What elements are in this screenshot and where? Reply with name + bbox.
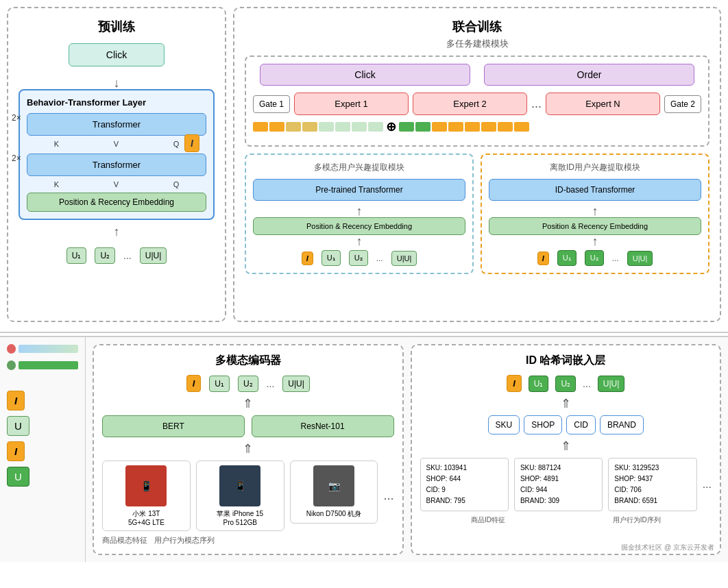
pretrain-title: 预训练 bbox=[19, 19, 215, 35]
joint-items-row-1: I U₁ U₂ ... U|U| bbox=[253, 250, 465, 266]
id-hash-box: ID 哈希词嵌入层 I U₁ U₂ ... U|U| ⇑ SKU SHOP CI… bbox=[411, 344, 722, 555]
legend-i-orange-2: I bbox=[7, 441, 25, 461]
encoder-footer-labels: 商品模态特征 用户行为模态序列 bbox=[102, 535, 394, 546]
bar-dg-1 bbox=[399, 122, 414, 132]
multimodal-encoder-box: 多模态编码器 I U₁ U₂ ... U|U| ⇑ BERT ResNet-10… bbox=[93, 344, 404, 555]
id-data-text-2: SKU: 887124 SHOP: 4891 CID: 944 BRAND: 3… bbox=[520, 463, 596, 506]
encoder-model-row: BERT ResNet-101 bbox=[102, 415, 394, 437]
watermark: 掘金技术社区 @ 京东云开发者 bbox=[621, 543, 714, 552]
id-i-item: I bbox=[507, 375, 522, 392]
legend-row-i-dark: I bbox=[7, 441, 78, 461]
bar-yellow-2 bbox=[302, 122, 317, 132]
arrow-up-3: ↑ bbox=[253, 235, 465, 247]
legend-u-darkgreen: U bbox=[7, 467, 29, 487]
pretrain-click-label: Click bbox=[106, 49, 127, 60]
joint-bottom-row: 多模态用户兴趣提取模块 Pre-trained Transformer ↑ Po… bbox=[245, 154, 709, 274]
plus-symbol: ⊕ bbox=[386, 119, 396, 134]
legend-row-i-light: I bbox=[7, 391, 78, 411]
two-x-label-2: 2× bbox=[12, 154, 21, 163]
legend-bar-multimodal bbox=[19, 345, 78, 353]
k-label-1: K bbox=[54, 140, 59, 148]
section-divider bbox=[0, 332, 728, 333]
id-data-row: SKU: 103941 SHOP: 644 CID: 9 BRAND: 795 … bbox=[420, 458, 712, 511]
enc-dots: ... bbox=[267, 378, 275, 389]
bar-green-2 bbox=[335, 122, 350, 132]
bar-o-4 bbox=[448, 122, 463, 132]
top-section: 预训练 Click ↓ Behavior-Transformer Layer 2… bbox=[0, 0, 728, 329]
id-hash-title: ID 哈希词嵌入层 bbox=[420, 354, 712, 368]
legend-close-row bbox=[7, 344, 78, 354]
gate-expert-row: Gate 1 Expert 1 Expert 2 ... Expert N Ga… bbox=[253, 93, 701, 115]
legend-bar-id bbox=[19, 361, 78, 369]
bottom-main: 多模态编码器 I U₁ U₂ ... U|U| ⇑ BERT ResNet-10… bbox=[86, 337, 728, 562]
expertN-box: Expert N bbox=[546, 93, 660, 115]
bert-box: BERT bbox=[102, 415, 245, 437]
u2-item-pretrain: U₂ bbox=[95, 247, 115, 264]
product-cards-row: 📱 小米 13T 5G+4G LTE 📱 苹果 iPhone 15 Pro 51… bbox=[102, 461, 394, 531]
legend-u-green: U bbox=[7, 416, 29, 436]
sku-tag: SKU bbox=[488, 415, 520, 434]
arrow-up-4: ↑ bbox=[489, 205, 701, 217]
bar-yellow-1 bbox=[286, 122, 301, 132]
bar-o-3 bbox=[432, 122, 447, 132]
legend-row-u-light: U bbox=[7, 416, 78, 436]
joint-box: 联合训练 多任务建模模块 Click Order Gate 1 Expert 1… bbox=[233, 7, 721, 322]
joint-order-box: Order bbox=[484, 64, 694, 86]
resnet-box: ResNet-101 bbox=[252, 415, 394, 437]
kvq-row-2: K V Q bbox=[27, 180, 206, 188]
enc-i-item: I bbox=[186, 375, 202, 392]
product-image-2: 📱 bbox=[219, 465, 260, 506]
expert2-box: Expert 2 bbox=[413, 93, 527, 115]
shop-tag: SHOP bbox=[524, 415, 562, 434]
id-based-transformer-box: ID-based Transformer bbox=[489, 179, 701, 201]
enc-u1-item: U₁ bbox=[209, 376, 230, 392]
joint-u1-item-2: U₁ bbox=[557, 250, 577, 266]
product-card-3: 📷 Nikon D7500 机身 bbox=[290, 461, 378, 524]
transformer-block-2: Transformer bbox=[27, 154, 206, 176]
bottom-section-wrapper: I U I U 多模态编码器 bbox=[0, 336, 728, 562]
q-label-1: Q bbox=[173, 140, 180, 148]
product-card-1: 📱 小米 13T 5G+4G LTE bbox=[102, 461, 191, 531]
joint-click-box: Click bbox=[260, 64, 470, 86]
id-data-cell-1: SKU: 103941 SHOP: 644 CID: 9 BRAND: 795 bbox=[420, 458, 509, 511]
joint-i-item-1: I bbox=[302, 252, 313, 265]
discrete-id-title: 离散ID用户兴趣提取模块 bbox=[489, 162, 701, 173]
joint-dots-2: ... bbox=[612, 254, 619, 263]
v-label-2: V bbox=[114, 180, 119, 188]
id-data-text-1: SKU: 103941 SHOP: 644 CID: 9 BRAND: 795 bbox=[426, 463, 502, 506]
gate2-box: Gate 2 bbox=[664, 95, 701, 113]
product-name-3: Nikon D7500 机身 bbox=[295, 509, 374, 519]
bt-layer-label: Behavior-Transformer Layer bbox=[27, 97, 206, 108]
bt-layer-box: Behavior-Transformer Layer 2× Transforme… bbox=[19, 89, 215, 220]
legend-items: I U I U bbox=[7, 391, 78, 487]
bar-green-1 bbox=[319, 122, 334, 132]
dots-pretrain: ... bbox=[123, 250, 132, 261]
bar-green-3 bbox=[352, 122, 367, 132]
joint-dots-1: ... bbox=[376, 254, 383, 263]
bar-o-7 bbox=[498, 122, 513, 132]
bar-o-6 bbox=[481, 122, 496, 132]
arrow-up-1: ↑ bbox=[19, 225, 215, 238]
bar-o-5 bbox=[465, 122, 480, 132]
id-footer-label2: 用户行为ID序列 bbox=[613, 515, 661, 525]
id-tags-row: SKU SHOP CID BRAND bbox=[420, 415, 712, 434]
joint-items-row-2: I U₁ U₂ ... U|U| bbox=[489, 250, 701, 266]
arrow-up-5: ↑ bbox=[489, 235, 701, 247]
legend-col: I U I U bbox=[0, 337, 86, 562]
arrow-down-1: ↓ bbox=[19, 77, 215, 89]
brand-tag: BRAND bbox=[600, 415, 644, 434]
data-dots: ... bbox=[703, 478, 712, 491]
user-items-row-pretrain: U₁ U₂ ... U|U| bbox=[19, 247, 215, 264]
multimodal-interest-box: 多模态用户兴趣提取模块 Pre-trained Transformer ↑ Po… bbox=[245, 154, 474, 274]
id-arrow-up-2: ⇑ bbox=[420, 440, 712, 452]
legend-i-orange: I bbox=[7, 391, 25, 411]
main-container: 预训练 Click ↓ Behavior-Transformer Layer 2… bbox=[0, 0, 728, 562]
i-box-orange-1: I bbox=[184, 134, 199, 152]
bar-orange-2 bbox=[269, 122, 284, 132]
gate1-box: Gate 1 bbox=[253, 95, 290, 113]
bar-o-8 bbox=[514, 122, 529, 132]
id-footer-labels: 商品ID特征 用户行为ID序列 bbox=[420, 515, 712, 525]
legend-row-u-dark: U bbox=[7, 467, 78, 487]
q-label-2: Q bbox=[173, 180, 180, 188]
joint-u2-item: U₂ bbox=[349, 250, 368, 266]
